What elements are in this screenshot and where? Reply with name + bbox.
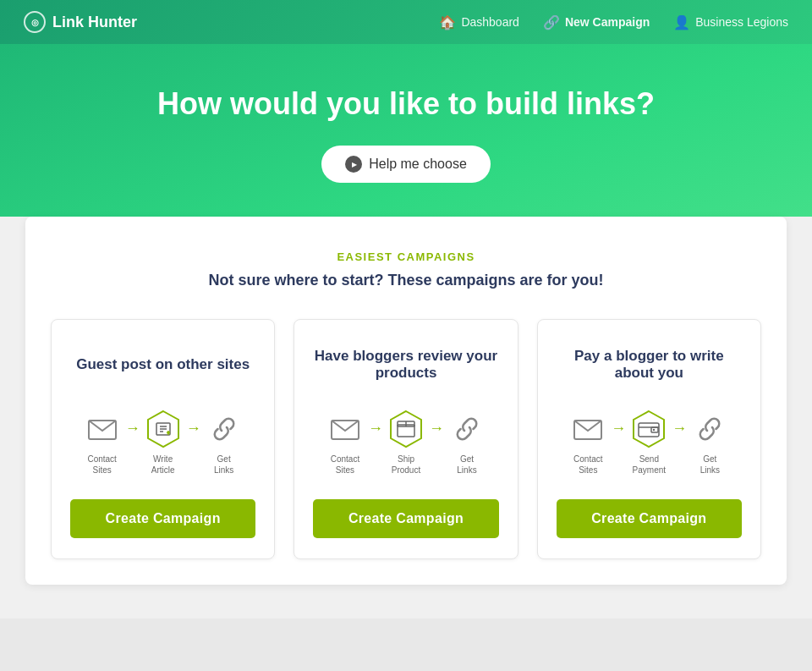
hex-write-wrap [144,410,183,448]
envelope-icon-3 [571,412,605,446]
help-me-choose-button[interactable]: Help me choose [321,146,491,183]
flow-step-contact: ContactSites [83,410,122,476]
logo-text: Link Hunter [52,14,137,31]
hex-wallet-wrap [629,410,668,448]
chain-link-icon-3 [693,412,727,446]
arrow-icon-1: → [125,420,140,437]
create-campaign-button-blogger-review[interactable]: Create Campaign [313,499,498,538]
link-icon-wrap-3 [690,410,729,448]
nav-links: 🏠 Dashboard 🔗 New Campaign 👤 Business Le… [439,14,788,30]
campaign-card-guest-post: Guest post on other sites ContactSites [51,319,275,559]
envelope-icon-wrap [83,410,122,448]
svg-marker-8 [391,411,421,447]
flow-step-contact-3: ContactSites [568,410,607,476]
section-label: EASIEST CAMPAIGNS [51,250,761,263]
link-icon-wrap-2 [447,410,486,448]
envelope-icon [85,412,119,446]
flow-label-payment: SendPayment [633,454,666,476]
play-icon [345,156,362,173]
flow-label-write: WriteArticle [151,454,175,476]
envelope-icon-wrap-2 [326,410,365,448]
arrow-icon-2: → [186,420,201,437]
flow-diagram-blogger-review: ContactSites → [326,410,486,476]
hex-write-icon [144,410,183,448]
flow-label-links-2: GetLinks [457,454,476,476]
create-campaign-button-pay-blogger[interactable]: Create Campaign [557,499,742,538]
flow-step-payment: SendPayment [629,410,668,476]
hex-box-icon [387,410,425,448]
logo-icon: ◎ [24,11,46,33]
flow-label-contact: ContactSites [87,454,116,476]
envelope-icon-2 [328,412,362,446]
card-title-blogger-review: Have bloggers review your products [313,344,498,386]
link-icon: 🔗 [543,14,560,30]
chain-link-icon [207,412,241,446]
link-icon-wrap [205,410,244,448]
logo: ◎ Link Hunter [24,11,137,33]
flow-step-links-3: GetLinks [690,410,729,476]
arrow-icon-6: → [672,420,687,437]
flow-step-ship: ShipProduct [387,410,425,476]
hero-title: How would you like to build links? [17,86,795,122]
flow-diagram-pay-blogger: ContactSites → [568,410,729,476]
arrow-icon-3: → [368,420,383,437]
user-icon: 👤 [673,14,690,30]
chain-link-icon-2 [450,412,484,446]
section-subtitle: Not sure where to start? These campaigns… [51,272,761,289]
arrow-icon-5: → [611,420,626,437]
card-title-pay-blogger: Pay a blogger to write about you [557,344,742,386]
nav-dashboard[interactable]: 🏠 Dashboard [439,14,519,30]
flow-step-links-2: GetLinks [447,410,486,476]
main-content: EASIEST CAMPAIGNS Not sure where to star… [0,217,812,619]
flow-label-ship: ShipProduct [392,454,420,476]
navbar: ◎ Link Hunter 🏠 Dashboard 🔗 New Campaign… [0,0,812,44]
flow-step-contact-2: ContactSites [326,410,365,476]
flow-label-contact-2: ContactSites [331,454,359,476]
nav-user[interactable]: 👤 Business Legions [673,14,788,30]
envelope-icon-wrap-3 [568,410,607,448]
hex-box-wrap [387,410,425,448]
svg-point-16 [653,429,655,431]
flow-step-links: GetLinks [205,410,244,476]
campaign-card-pay-blogger: Pay a blogger to write about you Contact… [537,319,761,559]
home-icon: 🏠 [439,14,456,30]
flow-label-contact-3: ContactSites [573,454,602,476]
arrow-icon-4: → [429,420,444,437]
hex-wallet-icon [629,410,668,448]
nav-new-campaign[interactable]: 🔗 New Campaign [543,14,650,30]
cards-row: Guest post on other sites ContactSites [51,319,761,559]
hero-section: How would you like to build links? Help … [0,44,812,242]
flow-label-links: GetLinks [214,454,233,476]
campaign-card-blogger-review: Have bloggers review your products Conta… [294,319,518,559]
flow-diagram-guest-post: ContactSites → [83,410,244,476]
create-campaign-button-guest-post[interactable]: Create Campaign [70,499,255,538]
flow-step-write: WriteArticle [144,410,183,476]
flow-label-links-3: GetLinks [700,454,720,476]
card-title-guest-post: Guest post on other sites [76,344,250,386]
white-card: EASIEST CAMPAIGNS Not sure where to star… [25,217,787,585]
